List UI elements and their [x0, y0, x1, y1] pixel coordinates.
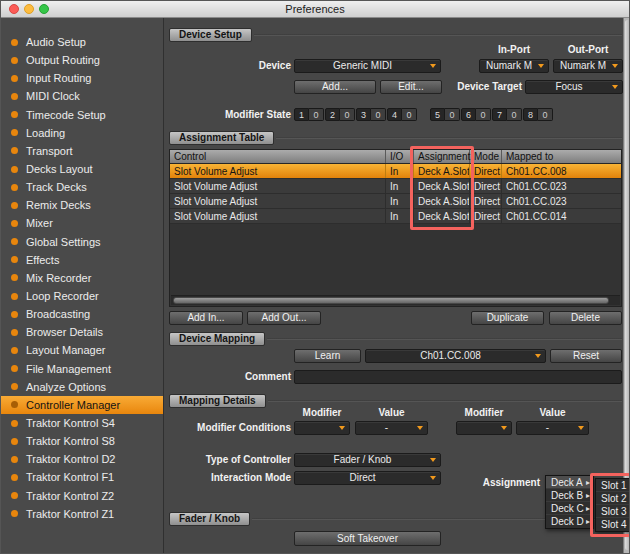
comment-label: Comment [169, 370, 291, 384]
sidebar-item-label: Input Routing [26, 72, 91, 84]
modifier-number: 8 [523, 108, 538, 121]
sidebar-item[interactable]: Traktor Kontrol D2 [1, 450, 163, 468]
modifier-value[interactable]: 0 [507, 108, 522, 121]
sidebar-item[interactable]: Traktor Kontrol F1 [1, 468, 163, 486]
zoom-icon[interactable] [39, 4, 49, 14]
type-of-controller-dropdown[interactable]: Fader / Knob [294, 453, 441, 467]
sidebar-item[interactable]: Mix Recorder [1, 269, 163, 287]
sidebar-item[interactable]: MIDI Clock [1, 87, 163, 105]
sidebar-item[interactable]: Effects [1, 251, 163, 269]
sidebar-item[interactable]: Decks Layout [1, 160, 163, 178]
in-port-dropdown-value: Numark M [480, 60, 538, 72]
in-port-dropdown[interactable]: Numark M [479, 59, 549, 73]
column-header-control[interactable]: Control [170, 150, 386, 163]
column-header-io[interactable]: I/O [386, 150, 414, 163]
sidebar-item-label: Audio Setup [26, 36, 86, 48]
sidebar-item[interactable]: Analyze Options [1, 378, 163, 396]
modifier-condition-2-dropdown[interactable] [456, 421, 512, 435]
deck-menu-item[interactable]: Deck C [546, 502, 593, 515]
table-row[interactable]: Slot Volume Adjust In Deck A.Slot 1 Dire… [170, 164, 621, 179]
interaction-mode-dropdown[interactable]: Direct [294, 471, 441, 485]
out-port-dropdown[interactable]: Numark M [553, 59, 623, 73]
deck-menu-item[interactable]: Deck D [546, 515, 593, 528]
sidebar-item[interactable]: Output Routing [1, 51, 163, 69]
cell-assignment: Deck A.Slot 1 [414, 164, 470, 178]
sidebar-item[interactable]: Traktor Kontrol Z1 [1, 505, 163, 523]
sidebar-item[interactable]: Audio Setup [1, 33, 163, 51]
sidebar-item-label: Remix Decks [26, 199, 91, 211]
sidebar-item[interactable]: Input Routing [1, 69, 163, 87]
deck-menu-item-label: Deck D [551, 515, 584, 528]
sidebar-item[interactable]: Global Settings [1, 233, 163, 251]
device-dropdown[interactable]: Generic MIDI [294, 59, 441, 73]
sidebar-item-label: Mix Recorder [26, 272, 91, 284]
sidebar-item[interactable]: Timecode Setup [1, 106, 163, 124]
sidebar-item[interactable]: Traktor Kontrol S4 [1, 414, 163, 432]
sidebar-item[interactable]: Remix Decks [1, 196, 163, 214]
sidebar-item[interactable]: Transport [1, 142, 163, 160]
sidebar-item[interactable]: Loop Recorder [1, 287, 163, 305]
slot-menu-item[interactable]: Slot 1 [596, 479, 629, 492]
modifier-state-pair: 1 0 [294, 108, 324, 121]
table-horizontal-scrollbar[interactable] [171, 295, 620, 305]
reset-button[interactable]: Reset [550, 349, 622, 363]
modifier-value-2-dropdown[interactable]: - [516, 421, 589, 435]
modifier-value[interactable]: 0 [538, 108, 553, 121]
sidebar-item[interactable]: Mixer [1, 214, 163, 232]
sidebar-item[interactable]: Loading [1, 124, 163, 142]
soft-takeover-button[interactable]: Soft Takeover [294, 531, 441, 546]
duplicate-button[interactable]: Duplicate [471, 311, 544, 325]
sidebar-item-label: Decks Layout [26, 163, 93, 175]
close-icon[interactable] [9, 4, 19, 14]
modifier-value-1-dropdown[interactable]: - [355, 421, 428, 435]
add-device-button[interactable]: Add... [294, 80, 376, 94]
sidebar-item[interactable]: Traktor Kontrol S8 [1, 432, 163, 450]
sidebar-item-label: Analyze Options [26, 381, 106, 393]
learn-button[interactable]: Learn [294, 349, 361, 363]
column-header-assignment[interactable]: Assignment [414, 150, 470, 163]
minimize-icon[interactable] [24, 4, 34, 14]
slot-menu-item[interactable]: Slot 3 [596, 505, 629, 518]
sidebar-item[interactable]: Broadcasting [1, 305, 163, 323]
column-header-mapped-to[interactable]: Mapped to [502, 150, 621, 163]
add-out-button[interactable]: Add Out... [247, 311, 321, 325]
table-row[interactable]: Slot Volume Adjust In Deck A.Slot 2 Dire… [170, 179, 621, 194]
slot-menu-item[interactable]: Slot 4 [596, 518, 629, 531]
modifier-condition-1-dropdown[interactable] [294, 421, 350, 435]
interaction-mode-label: Interaction Mode [169, 471, 291, 485]
modifier-value[interactable]: 0 [476, 108, 491, 121]
bullet-icon [11, 347, 18, 354]
sidebar-item[interactable]: Controller Manager [1, 396, 163, 414]
modifier-value[interactable]: 0 [445, 108, 460, 121]
sidebar-item[interactable]: Browser Details [1, 323, 163, 341]
sidebar-item[interactable]: Traktor Kontrol Z2 [1, 487, 163, 505]
deck-menu-item[interactable]: Deck A [546, 476, 593, 489]
modifier-value[interactable]: 0 [340, 108, 355, 121]
vertical-scrollbar-handle[interactable] [625, 20, 630, 550]
fader-knob-header-chip: Fader / Knob [169, 512, 250, 526]
deck-menu-item[interactable]: Deck B [546, 489, 593, 502]
delete-button[interactable]: Delete [549, 311, 622, 325]
sidebar-item[interactable]: Track Decks [1, 178, 163, 196]
table-row[interactable]: Slot Volume Adjust In Deck A.Slot 4 Dire… [170, 209, 621, 224]
modifier-value[interactable]: 0 [309, 108, 324, 121]
window-title: Preferences [1, 1, 629, 17]
mapped-control-dropdown[interactable]: Ch01.CC.008 [365, 349, 546, 363]
sidebar-item[interactable]: File Management [1, 360, 163, 378]
cell-control: Slot Volume Adjust [170, 194, 386, 208]
slot-menu-item[interactable]: Slot 2 [596, 492, 629, 505]
modifier-value[interactable]: 0 [402, 108, 417, 121]
comment-input[interactable] [294, 370, 622, 384]
window-vertical-scrollbar[interactable] [623, 18, 630, 554]
sidebar-item[interactable]: Layout Manager [1, 341, 163, 359]
modifier-value[interactable]: 0 [371, 108, 386, 121]
device-target-dropdown[interactable]: Focus [525, 80, 623, 94]
chevron-down-icon [535, 354, 541, 358]
edit-device-button[interactable]: Edit... [380, 80, 442, 94]
scrollbar-handle[interactable] [173, 297, 609, 304]
column-header-mode[interactable]: Mode [470, 150, 502, 163]
device-setup-section-header: Device Setup [169, 28, 622, 42]
add-in-button[interactable]: Add In... [169, 311, 243, 325]
modifier-state-pair: 5 0 [430, 108, 460, 121]
table-row[interactable]: Slot Volume Adjust In Deck A.Slot 3 Dire… [170, 194, 621, 209]
